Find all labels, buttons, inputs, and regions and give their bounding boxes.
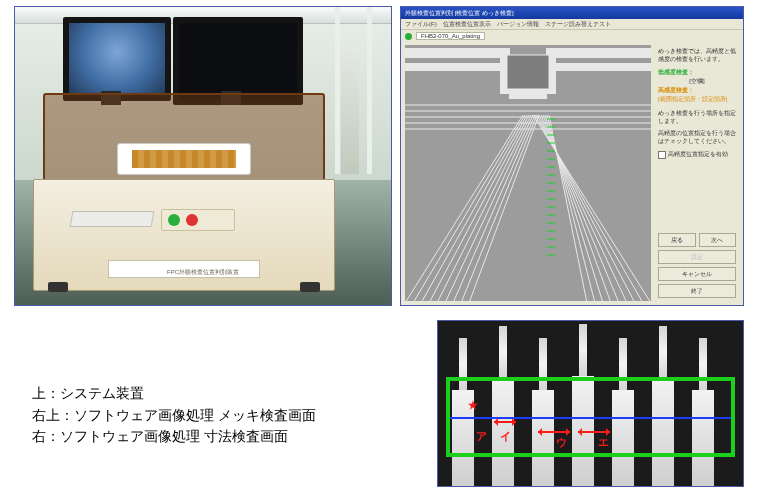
monitor-left <box>63 17 171 101</box>
caption-line: 右：ソフトウェア画像処理 寸法検査画面 <box>32 426 412 448</box>
back-button[interactable]: 戻る <box>658 233 696 247</box>
inspection-machine <box>33 103 335 291</box>
status-indicator-icon <box>405 33 412 40</box>
low-sensitivity-value: [空欄] <box>658 77 736 86</box>
sample-tray <box>117 143 251 175</box>
machine-label: FPC外観検査位置判別装置 <box>167 268 239 277</box>
menu-item[interactable]: バージョン情報 <box>497 20 539 29</box>
menu-item[interactable]: ファイル(F) <box>405 20 437 29</box>
svg-rect-1 <box>507 55 549 89</box>
arrow-icon <box>578 431 610 433</box>
high-sensitivity-label: 高感度検査： <box>658 86 736 95</box>
annot-e: エ <box>598 435 609 450</box>
software-window: 外観検査位置判別 [検査位置 めっき検査] ファイル(F) 位置検査位置表示 バ… <box>400 6 744 306</box>
annot-i: イ <box>500 429 511 444</box>
close-button[interactable]: 終了 <box>658 284 736 298</box>
high-sensitivity-value: [範囲指定箇所・設定箇所] <box>658 95 736 104</box>
side-panel: めっき検査では、高精度と低感度の検査を行います。 低感度検査： [空欄] 高感度… <box>655 45 739 301</box>
panel-intro: めっき検査では、高精度と低感度の検査を行います。 <box>658 48 736 63</box>
annot-a: ア <box>476 429 487 444</box>
low-sensitivity-label: 低感度検査： <box>658 68 736 77</box>
settings-button: 設定 <box>658 250 736 264</box>
menu-item[interactable]: 位置検査位置表示 <box>443 20 491 29</box>
caption-line: 右上：ソフトウェア画像処理 メッキ検査画面 <box>32 405 412 427</box>
next-button[interactable]: 次へ <box>699 233 737 247</box>
menu-item[interactable]: ステージ読み替えテスト <box>545 20 611 29</box>
checkbox-icon <box>658 151 666 159</box>
control-buttons <box>161 209 235 231</box>
checkbox-label: 高精度位置指定を有効 <box>668 150 728 159</box>
dimension-inspection-image: ★ ア イ ウ エ <box>437 320 744 487</box>
star-marker: ★ <box>468 399 478 412</box>
window-titlebar: 外観検査位置判別 [検査位置 めっき検査] <box>401 7 743 19</box>
window-title: 外観検査位置判別 [検査位置 めっき検査] <box>405 9 514 18</box>
image-viewer[interactable] <box>405 45 651 301</box>
arrow-icon <box>494 421 516 423</box>
panel-note2: 高精度の位置指定を行う場合はチェックしてください。 <box>658 130 736 145</box>
high-precision-checkbox[interactable]: 高精度位置指定を有効 <box>658 150 736 159</box>
annot-u: ウ <box>556 435 567 450</box>
filename-field: FHB2-070_Au_plating <box>416 32 485 40</box>
window-menubar: ファイル(F) 位置検査位置表示 バージョン情報 ステージ読み替えテスト <box>401 19 743 30</box>
keyboard <box>70 211 155 227</box>
system-machine-photo: FPC外観検査位置判別装置 <box>14 6 392 306</box>
cancel-button[interactable]: キャンセル <box>658 267 736 281</box>
arrow-icon <box>538 431 570 433</box>
panel-note1: めっき検査を行う場所を指定します。 <box>658 110 736 125</box>
figure-caption: 上：システム装置 右上：ソフトウェア画像処理 メッキ検査画面 右：ソフトウェア画… <box>32 383 412 448</box>
caption-line: 上：システム装置 <box>32 383 412 405</box>
